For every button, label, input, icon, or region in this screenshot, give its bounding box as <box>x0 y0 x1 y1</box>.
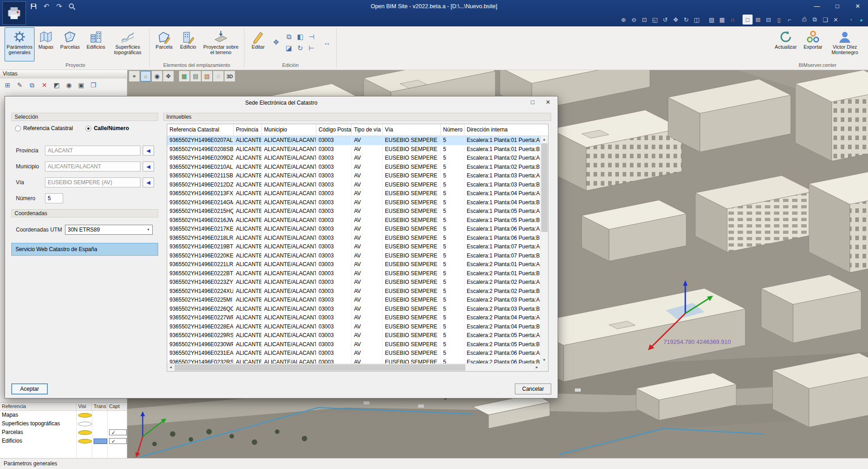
inmuebles-row[interactable]: 9365502YH1496E0221LR ALICANTE ALICANTE/A… <box>167 260 540 269</box>
inmuebles-row[interactable]: 9365502YH1496E0225MI ALICANTE ALICANTE/A… <box>167 296 540 305</box>
close-button[interactable]: ✕ <box>848 0 868 12</box>
ribbon-actualizar-button[interactable]: Actualizar <box>772 27 800 61</box>
numero-input[interactable]: 5 <box>45 193 63 203</box>
inmuebles-row[interactable]: 9365502YH1496E0219BT ALICANTE ALICANTE/A… <box>167 242 540 252</box>
scroll-right-icon[interactable]: ► <box>534 364 540 371</box>
print-icon[interactable]: ⎙ <box>799 15 809 25</box>
horizontal-scroll-thumb[interactable] <box>175 364 465 371</box>
views-album-icon[interactable]: ❐ <box>88 80 99 91</box>
column-header[interactable]: Dirección interna <box>464 124 548 136</box>
shadows-icon[interactable]: ▧ <box>202 71 212 81</box>
via-field[interactable]: EUSEBIO SEMPERE (AV) <box>45 177 140 187</box>
dialog-close-button[interactable]: ✕ <box>540 96 556 108</box>
zoom-extents-icon[interactable]: ◱ <box>650 15 660 25</box>
inmuebles-row[interactable]: 9365502YH1496E0226QO ALICANTE ALICANTE/A… <box>167 305 540 314</box>
inmuebles-row[interactable]: 9365502YH1496E0223ZY ALICANTE ALICANTE/A… <box>167 278 540 287</box>
maximize-button[interactable]: □ <box>827 0 848 12</box>
layer-row[interactable]: Mapas <box>0 411 127 419</box>
column-header[interactable]: Vía <box>383 124 441 136</box>
inmuebles-row[interactable]: 9365502YH1496E0211SB ALICANTE ALICANTE/A… <box>167 171 540 181</box>
ribbon-exportar-button[interactable]: Exportar <box>800 27 826 61</box>
undo-icon[interactable]: ↶ <box>42 2 51 11</box>
extend-icon[interactable]: ⊣ <box>306 31 317 42</box>
horizontal-scrollbar[interactable]: ◄ ► <box>167 363 540 371</box>
visibility-bulb-icon[interactable] <box>78 430 92 435</box>
titlebar-tool-icon[interactable] <box>738 15 742 25</box>
vertical-scroll-thumb[interactable] <box>541 143 548 232</box>
inmuebles-row[interactable]: 9365502YH1496E0214GM ALICANTE ALICANTE/A… <box>167 198 540 207</box>
redo-icon[interactable]: ↷ <box>55 2 64 11</box>
titlebar-tool-icon[interactable] <box>795 15 799 25</box>
textures-icon[interactable]: ▨ <box>707 15 717 25</box>
inmuebles-row[interactable]: 9365502YH1496E0209DZ ALICANTE ALICANTE/A… <box>167 154 540 163</box>
column-header[interactable]: Municipio <box>262 124 316 136</box>
ribbon-superficies-button[interactable]: Superficies topográficas <box>109 27 146 61</box>
ribbon-edificios-button[interactable]: Edificios <box>83 27 109 61</box>
provincia-pick-arrow-icon[interactable]: ◀ <box>143 146 154 156</box>
layer-row[interactable]: Edificios <box>0 437 127 445</box>
inmuebles-row[interactable]: 9365502YH1496E0216JW ALICANTE ALICANTE/A… <box>167 216 540 225</box>
layer-transparency-cell[interactable] <box>92 411 107 419</box>
provincia-field[interactable]: ALACANT <box>45 146 140 156</box>
inmuebles-row[interactable]: 9365502YH1496E0217KE ALICANTE ALICANTE/A… <box>167 225 540 234</box>
scroll-left-icon[interactable]: ◄ <box>167 364 174 371</box>
dialog-maximize-button[interactable]: □ <box>525 96 540 108</box>
inmuebles-row[interactable]: 9365502YH1496E0227WP ALICANTE ALICANTE/A… <box>167 313 540 323</box>
zoom-previous-icon[interactable]: ↺ <box>660 15 670 25</box>
inmuebles-row[interactable]: 9365502YH1496E0231EA ALICANTE ALICANTE/A… <box>167 349 540 358</box>
inmuebles-row[interactable]: 9365502YH1496E0207AL ALICANTE ALICANTE/A… <box>167 136 540 145</box>
lighting-icon[interactable]: ☼ <box>140 71 151 81</box>
visibility-bulb-icon[interactable] <box>78 422 92 426</box>
duplicate-view-icon[interactable]: ⧉ <box>26 80 38 91</box>
delete-view-icon[interactable]: ✕ <box>39 80 50 91</box>
utm-select[interactable]: 30N ETRS89 <box>65 225 153 235</box>
delete-icon[interactable]: ✕ <box>831 15 841 25</box>
mode-3d-label[interactable]: 3D <box>224 71 235 81</box>
ribbon-edificio-button[interactable]: Edificio <box>176 27 200 61</box>
radio-calle-numero[interactable]: Calle/Número <box>85 125 129 131</box>
column-header[interactable]: Código Postal <box>316 124 352 136</box>
inmuebles-row[interactable]: 9365502YH1496E0224XU ALICANTE ALICANTE/A… <box>167 287 540 296</box>
inmuebles-row[interactable]: 9365502YH1496E0208SB ALICANTE ALICANTE/A… <box>167 145 540 154</box>
perimeter-icon[interactable]: ⌐ <box>784 15 794 25</box>
layer-visibility-cell[interactable] <box>76 437 92 445</box>
ribbon-user-button[interactable]: Victor Díez Montenegro <box>826 27 863 61</box>
radio-icon[interactable] <box>15 126 21 131</box>
zoom-out-icon[interactable]: ⊖ <box>629 15 639 25</box>
ribbon-parcelas-button[interactable]: Parcelas <box>57 27 83 61</box>
municipio-field[interactable]: ALICANTE/ALACANT <box>45 161 140 171</box>
bimserver-education-icon[interactable]: ◔ <box>846 15 856 25</box>
rotate-icon[interactable]: ↻ <box>294 42 306 54</box>
visibility-bulb-icon[interactable] <box>78 439 92 444</box>
snapshots-icon[interactable]: ▣ <box>75 80 87 91</box>
layer-row[interactable]: Superficies topográficas <box>0 419 127 428</box>
scroll-up-icon[interactable]: ▲ <box>541 136 548 143</box>
radio-referencia-catastral[interactable]: Referencia Catastral <box>15 125 73 131</box>
minimize-button[interactable]: — <box>807 0 827 12</box>
inmuebles-row[interactable]: 9365502YH1496E0222BT ALICANTE ALICANTE/A… <box>167 269 540 278</box>
terrain-texture-icon[interactable]: ▦ <box>179 71 190 81</box>
orbit-icon[interactable]: ↻ <box>681 15 691 25</box>
radio-icon[interactable] <box>85 126 91 131</box>
search-icon[interactable] <box>67 2 76 11</box>
servicio-web-catastro-button[interactable]: Servicio Web Catastro de España <box>11 243 158 256</box>
layer-transparency-cell[interactable] <box>92 437 107 445</box>
grid-icon[interactable]: ⊞ <box>753 15 763 25</box>
new-view-icon[interactable]: ⊞ <box>2 80 13 91</box>
scroll-down-icon[interactable]: ▼ <box>541 357 548 363</box>
column-header[interactable]: Número <box>441 124 464 136</box>
inmuebles-row[interactable]: 9365502YH1496E0232RS ALICANTE ALICANTE/A… <box>167 358 540 364</box>
inmuebles-row[interactable]: 9365502YH1496E0213FX ALICANTE ALICANTE/A… <box>167 189 540 198</box>
capture-checkbox[interactable] <box>109 438 127 444</box>
trim-icon[interactable]: ⊢ <box>306 42 317 54</box>
selection-frame-icon[interactable]: □ <box>743 15 753 25</box>
transparency-cube-icon[interactable] <box>94 439 107 444</box>
municipio-pick-arrow-icon[interactable]: ◀ <box>143 161 154 171</box>
layer-capture-cell[interactable] <box>107 411 127 419</box>
inmuebles-row[interactable]: 9365502YH1496E0215HQ ALICANTE ALICANTE/A… <box>167 207 540 216</box>
measure-3d-icon[interactable]: ✥ <box>163 71 174 81</box>
inmuebles-row[interactable]: 9365502YH1496E0218LR ALICANTE ALICANTE/A… <box>167 234 540 243</box>
titlebar-tool-icon[interactable] <box>841 15 845 25</box>
patterns-icon[interactable]: ▦ <box>717 15 727 25</box>
column-header[interactable]: Referencia Catastral <box>167 124 234 136</box>
